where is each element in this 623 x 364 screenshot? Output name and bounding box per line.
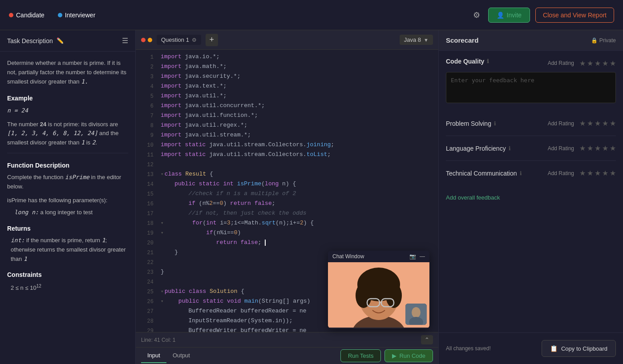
video-icon[interactable]: 📷 <box>409 253 416 260</box>
code-line: 17 //if not, then just check the odds <box>136 210 438 220</box>
scorecard-header: Scorecard 🔒 Private <box>439 30 623 51</box>
edit-icon[interactable]: ✏️ <box>57 37 64 44</box>
saved-status: All changes saved! <box>446 345 491 352</box>
code-line: 9import java.util.stream.*; <box>136 132 438 141</box>
run-tests-button[interactable]: Run Tests <box>340 349 381 362</box>
tab-gear-icon[interactable]: ⚙ <box>192 37 197 43</box>
language-proficiency-info-icon[interactable]: ℹ <box>509 145 511 152</box>
input-tab[interactable]: Input <box>141 348 166 363</box>
invite-button[interactable]: 👤 Invite <box>488 8 530 23</box>
params-intro: isPrime has the following parameter(s): <box>7 196 128 205</box>
clipboard-icon: 📋 <box>550 345 558 352</box>
run-buttons: Run Tests ▶ Run Code <box>340 349 433 362</box>
language-proficiency-row: Language Proficiency ℹ Add Rating ★ ★ ★ … <box>446 144 616 161</box>
left-panel-header: Task Description ✏️ ☰ <box>0 30 135 52</box>
right-panel: Scorecard 🔒 Private Code Quality ℹ Add R… <box>438 30 623 364</box>
code-line: 10import static java.util.stream.Collect… <box>136 141 438 151</box>
overall-feedback-link[interactable]: Add overall feedback <box>446 194 500 201</box>
returns-text: int: if the number is prime, return 1; o… <box>7 236 128 264</box>
code-line: 3import java.security.*; <box>136 73 438 83</box>
problem-solving-info-icon[interactable]: ℹ <box>494 120 496 127</box>
chevron-down-icon: ▼ <box>424 37 429 43</box>
constraints-label: Constraints <box>7 270 128 280</box>
code-line: 11import static java.util.stream.Collect… <box>136 151 438 161</box>
close-view-report-button[interactable]: Close and View Report <box>535 8 614 23</box>
left-panel-content: Determine whether a number is prime. If … <box>0 52 135 364</box>
star-2[interactable]: ★ <box>587 59 593 68</box>
language-proficiency-rating: Add Rating ★ ★ ★ ★ ★ <box>548 144 616 152</box>
add-rating-text: Add Rating <box>548 60 574 66</box>
code-quality-info-icon[interactable]: ℹ <box>487 58 489 64</box>
interviewer-label: Interviewer <box>65 12 95 19</box>
code-quality-section: Code Quality ℹ Add Rating ★ ★ ★ ★ ★ <box>446 58 616 112</box>
problem-solving-label: Problem Solving ℹ <box>446 120 496 127</box>
run-code-button[interactable]: ▶ Run Code <box>384 349 433 362</box>
code-line: 16 if (n%2==0) return false; <box>136 200 438 210</box>
candidate-dot <box>9 13 13 17</box>
code-line: 20 return false; <box>136 239 438 249</box>
technical-communication-stars[interactable]: ★ ★ ★ ★ ★ <box>579 169 616 177</box>
svg-point-10 <box>412 307 421 318</box>
star-1[interactable]: ★ <box>579 59 586 68</box>
hamburger-icon[interactable]: ☰ <box>122 36 128 45</box>
output-tab[interactable]: Output <box>166 348 196 363</box>
code-quality-rating: Add Rating ★ ★ ★ ★ ★ <box>548 59 616 68</box>
star-5[interactable]: ★ <box>610 59 616 68</box>
left-panel: Task Description ✏️ ☰ Determine whether … <box>0 30 136 364</box>
example-desc: The number 24 is not prime: its divisors… <box>7 120 128 148</box>
editor-status-bar: Line: 41 Col: 1 ⌃ <box>136 332 438 347</box>
language-proficiency-stars[interactable]: ★ ★ ★ ★ ★ <box>579 144 616 152</box>
settings-button[interactable]: ⚙ <box>470 8 483 23</box>
code-line: 15 //check if n is a multiple of 2 <box>136 190 438 200</box>
minimize-icon[interactable]: — <box>420 253 425 260</box>
function-desc-text: Complete the function isPrime in the edi… <box>7 173 128 192</box>
private-badge: 🔒 Private <box>591 37 616 44</box>
feedback-textarea[interactable] <box>446 72 616 103</box>
interviewer-dot <box>58 13 62 17</box>
topbar-right: ⚙ 👤 Invite Close and View Report <box>470 8 614 23</box>
returns-label: Returns <box>7 224 128 233</box>
technical-communication-label: Technical Communication ℹ <box>446 170 522 177</box>
language-selector[interactable]: Java 8 ▼ <box>400 35 433 45</box>
traffic-red <box>141 38 146 42</box>
code-quality-stars[interactable]: ★ ★ ★ ★ ★ <box>579 59 616 68</box>
io-tabs: Input Output Run Tests ▶ Run Code <box>136 347 438 364</box>
topbar-left: Candidate Interviewer <box>9 12 95 19</box>
example-label: Example <box>7 93 128 103</box>
topbar: Candidate Interviewer ⚙ 👤 Invite Close a… <box>0 0 623 30</box>
code-line: 19▾ if(n%i==0) <box>136 229 438 239</box>
technical-communication-rating: Add Rating ★ ★ ★ ★ ★ <box>548 169 616 177</box>
code-line: 2import java.math.*; <box>136 63 438 73</box>
code-line: 13▾class Result { <box>136 171 438 180</box>
star-4[interactable]: ★ <box>602 59 608 68</box>
play-icon: ▶ <box>392 352 396 359</box>
problem-solving-stars[interactable]: ★ ★ ★ ★ ★ <box>579 119 616 128</box>
n-value: n = 24 <box>7 106 128 116</box>
function-description-label: Function Description <box>7 160 128 170</box>
technical-communication-row: Technical Communication ℹ Add Rating ★ ★… <box>446 169 616 185</box>
candidate-presence: Candidate <box>9 12 44 19</box>
code-line: 5import java.util.*; <box>136 92 438 102</box>
traffic-lights <box>141 38 152 42</box>
traffic-yellow <box>148 38 152 42</box>
chat-title: Chat Window <box>332 253 364 260</box>
chat-header: Chat Window 📷 — <box>328 251 429 262</box>
param-item: long n: a long integer to test <box>7 208 128 217</box>
copy-to-clipboard-button[interactable]: 📋 Copy to Clipboard <box>542 340 616 357</box>
star-3[interactable]: ★ <box>595 59 601 68</box>
cursor-position: Line: 41 Col: 1 <box>141 337 175 343</box>
question-tab[interactable]: Question 1 ⚙ <box>157 35 201 45</box>
chat-window: Chat Window 📷 — <box>328 251 429 328</box>
editor-header: Question 1 ⚙ + Java 8 ▼ <box>136 30 438 50</box>
technical-communication-info-icon[interactable]: ℹ <box>520 170 522 176</box>
collapse-button[interactable]: ⌃ <box>421 335 433 344</box>
constraints-text: 2 ≤ n ≤ 1012 <box>7 283 128 293</box>
code-line: 4import java.text.*; <box>136 83 438 92</box>
task-description-title: Task Description ✏️ <box>7 37 64 44</box>
editor-panel: Question 1 ⚙ + Java 8 ▼ 1import java.io.… <box>136 30 438 364</box>
interviewer-presence: Interviewer <box>58 12 95 19</box>
svg-point-4 <box>356 283 372 308</box>
invite-icon: 👤 <box>497 12 504 19</box>
chat-controls: 📷 — <box>409 253 425 260</box>
add-tab-button[interactable]: + <box>206 34 218 46</box>
